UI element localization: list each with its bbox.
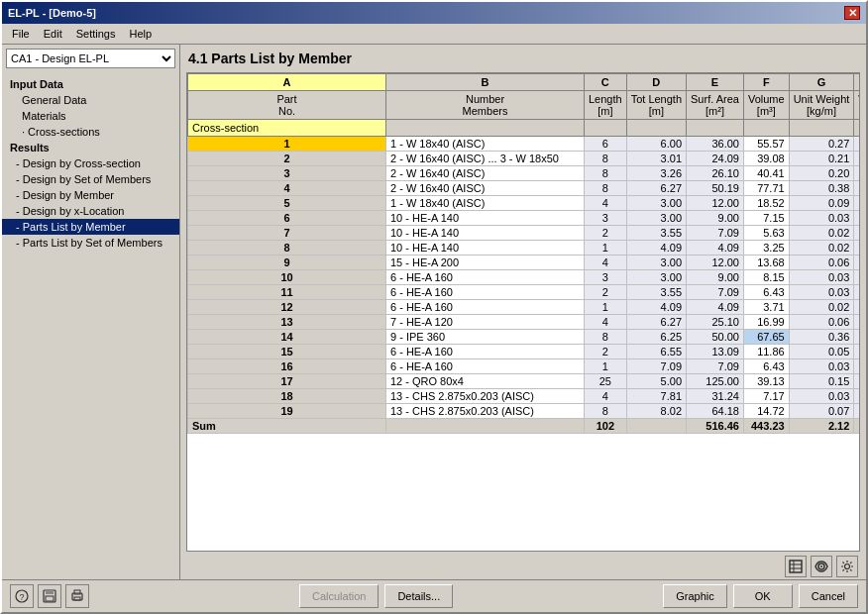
cell-row-num: 19 — [188, 404, 386, 419]
cell-row-num: 11 — [188, 285, 386, 300]
cell-row-num: 3 — [188, 166, 386, 181]
cell-length: 8.02 — [626, 404, 686, 419]
cell-tot-length: 12.00 — [687, 256, 744, 270]
table-icon-button[interactable] — [785, 556, 807, 577]
sidebar-item-design-member[interactable]: - Design by Member — [2, 187, 179, 203]
cell-members: 6 — [585, 137, 627, 152]
settings-icon-button[interactable] — [836, 556, 858, 577]
sidebar-item-materials[interactable]: Materials — [2, 108, 179, 124]
cell-length: 6.27 — [626, 181, 686, 196]
cell-cross-section: 1 - W 18x40 (AISC) — [386, 137, 585, 152]
cell-length: 6.25 — [626, 330, 686, 345]
table-row: 14 9 - IPE 360 8 6.25 50.00 67.65 0.36 5… — [188, 330, 861, 345]
cell-unit-wt: 59.76 — [854, 166, 860, 181]
menu-item-help[interactable]: Help — [123, 26, 158, 42]
cell-tot-length: 26.10 — [687, 166, 744, 181]
close-button[interactable]: ✕ — [844, 6, 860, 20]
window-title: EL-PL - [Demo-5] — [8, 7, 96, 19]
sidebar-item-design-set-members[interactable]: - Design by Set of Members — [2, 171, 179, 187]
col-header-empty-f — [743, 120, 789, 137]
cell-volume: 0.09 — [789, 196, 854, 211]
col-header-members-line2: Members — [390, 105, 580, 117]
cell-members: 25 — [585, 374, 627, 389]
details-button[interactable]: Details... — [384, 584, 453, 608]
cell-row-num: 2 — [188, 152, 386, 166]
cell-row-num: 15 — [188, 345, 386, 359]
cancel-button[interactable]: Cancel — [799, 584, 858, 608]
cell-unit-wt: 30.46 — [854, 300, 860, 315]
cell-tot-length: 50.00 — [687, 330, 744, 345]
cell-tot-length: 13.09 — [687, 345, 744, 359]
cell-row-num: 6 — [188, 211, 386, 226]
col-header-part-line1: Part — [192, 93, 381, 105]
cell-unit-wt: 42.23 — [854, 256, 860, 270]
sidebar-item-design-x-location[interactable]: - Design by x-Location — [2, 203, 179, 219]
cell-row-num: 8 — [188, 241, 386, 256]
calculation-button[interactable]: Calculation — [299, 584, 379, 608]
parts-table: A B C D E F G H I Part — [187, 73, 860, 434]
cell-surf-area: 18.52 — [743, 196, 789, 211]
cell-row-num: 13 — [188, 315, 386, 330]
col-header-weight: Weight [kg] — [854, 91, 860, 120]
cell-surf-area: 8.15 — [743, 270, 789, 285]
cell-row-num: 17 — [188, 374, 386, 389]
table-row: 7 10 - HE-A 140 2 3.55 7.09 5.63 0.02 24… — [188, 226, 861, 241]
cell-cross-section: 9 - IPE 360 — [386, 330, 585, 345]
cell-tot-length: 9.00 — [687, 211, 744, 226]
svg-rect-11 — [46, 596, 54, 601]
graphic-button[interactable]: Graphic — [663, 584, 727, 608]
sidebar-item-cross-sections[interactable]: · Cross-sections — [2, 124, 179, 140]
cell-unit-wt: 59.76 — [854, 137, 860, 152]
ok-button[interactable]: OK — [733, 584, 793, 608]
view-icon-button[interactable] — [811, 556, 832, 577]
cell-volume: 0.03 — [789, 270, 854, 285]
cell-surf-area: 77.71 — [743, 181, 789, 196]
col-header-weight-line1: Weight — [858, 93, 860, 105]
menu-item-settings[interactable]: Settings — [70, 26, 122, 42]
table-row: 3 2 - W 16x40 (AISC) 8 3.26 26.10 40.41 … — [188, 166, 861, 181]
cell-unit-wt: 67.10 — [854, 152, 860, 166]
cell-volume: 0.36 — [789, 330, 854, 345]
cell-row-num: 5 — [188, 196, 386, 211]
cell-volume: 0.03 — [789, 211, 854, 226]
bottom-bar-left: ? — [10, 584, 89, 608]
sidebar-item-general-data[interactable]: General Data — [2, 92, 179, 108]
data-table-container[interactable]: A B C D E F G H I Part — [186, 72, 860, 552]
cell-cross-section: 7 - HE-A 120 — [386, 315, 585, 330]
cell-volume: 0.05 — [789, 345, 854, 359]
table-row: 9 15 - HE-A 200 4 3.00 12.00 13.68 0.06 … — [188, 256, 861, 270]
col-header-volume: Volume [m³] — [743, 91, 789, 120]
cell-length: 3.00 — [626, 256, 686, 270]
cell-members: 8 — [585, 181, 627, 196]
menu-item-file[interactable]: File — [6, 26, 36, 42]
menu-item-edit[interactable]: Edit — [38, 26, 68, 42]
back-icon-button[interactable]: ? — [10, 584, 34, 608]
cell-length: 3.00 — [626, 211, 686, 226]
cell-unit-wt: 24.65 — [854, 211, 860, 226]
col-letters-row: A B C D E F G H I — [188, 74, 861, 91]
table-row: 10 6 - HE-A 160 3 3.00 9.00 8.15 0.03 30… — [188, 270, 861, 285]
sum-cross — [386, 419, 585, 434]
sidebar-item-parts-list-member[interactable]: - Parts List by Member — [2, 219, 179, 235]
cell-surf-area: 16.99 — [743, 315, 789, 330]
cell-row-num: 1 — [188, 137, 386, 152]
bottom-bar-center: Calculation Details... — [95, 584, 657, 608]
cell-length: 3.00 — [626, 270, 686, 285]
cell-volume: 0.20 — [789, 166, 854, 181]
design-case-dropdown[interactable]: CA1 - Design EL-PL — [6, 49, 175, 68]
sidebar-item-parts-list-set[interactable]: - Parts List by Set of Members — [2, 235, 179, 251]
cell-row-num: 4 — [188, 181, 386, 196]
col-header-members: Number Members — [386, 91, 585, 120]
col-header-length-line2: [m] — [589, 105, 622, 117]
main-window: EL-PL - [Demo-5] ✕ FileEditSettingsHelp … — [0, 0, 868, 614]
table-row: 2 2 - W 16x40 (AISC) ... 3 - W 18x50 8 3… — [188, 152, 861, 166]
svg-rect-10 — [46, 590, 54, 594]
cell-row-num: 7 — [188, 226, 386, 241]
bottom-bar-right: OK Cancel — [733, 584, 858, 608]
print-icon-button[interactable] — [65, 584, 89, 608]
sidebar-item-design-cross-section[interactable]: - Design by Cross-section — [2, 155, 179, 171]
save-icon-button[interactable] — [38, 584, 61, 608]
cell-surf-area: 3.71 — [743, 300, 789, 315]
cell-unit-wt: 59.76 — [854, 181, 860, 196]
cell-row-num: 12 — [188, 300, 386, 315]
